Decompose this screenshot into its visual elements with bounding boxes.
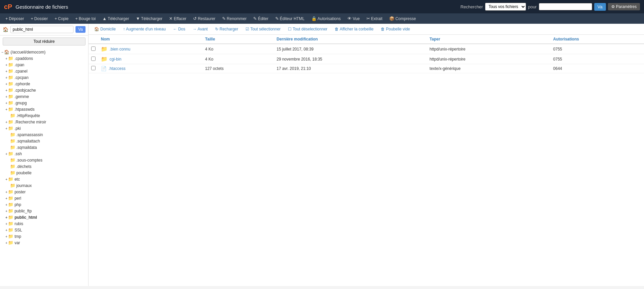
file-size: 4 Ko — [202, 54, 274, 64]
tree-item-pki[interactable]: + 📁 .pki — [0, 125, 88, 131]
folder-icon: 📁 — [101, 56, 108, 62]
tree-label: .htpasswds — [14, 107, 34, 112]
tree-item-recherche-miroir[interactable]: + 📁 .Recherche miroir — [0, 119, 88, 125]
search-scope-select[interactable]: Tous vos fichiersDossier actuel — [485, 3, 526, 11]
tree-item-journaux[interactable]: 📁 journaux — [0, 182, 88, 189]
nav-tout-selectionner[interactable]: ☑ Tout sélectionner — [243, 25, 284, 33]
tree-item-public-ftp[interactable]: + 📁 public_ftp — [0, 208, 88, 214]
nav-afficher-corbeille[interactable]: 🗑 Afficher la corbeille — [332, 25, 376, 33]
path-input[interactable] — [10, 26, 73, 33]
search-button[interactable]: Va — [594, 3, 606, 11]
toolbar-extrait[interactable]: ✂ Extrait — [364, 15, 385, 22]
tree-item-spamassassin[interactable]: 📁 .spamassassin — [0, 131, 88, 138]
file-name-label[interactable]: cgi-bin — [110, 57, 121, 62]
toolbar-restaurer[interactable]: ↺ Restaurer — [190, 15, 218, 22]
tree-item-ssh[interactable]: + 📁 .ssh — [0, 151, 88, 157]
params-button[interactable]: ⚙ Paramètres — [608, 3, 640, 10]
tree-item-gnupg[interactable]: + 📁 .gnupg — [0, 100, 88, 106]
tree-label: .cpanel — [14, 69, 27, 74]
file-modified: 17 avr. 2019, 21:10 — [274, 64, 427, 73]
tree-item-poubelle[interactable]: 📁 poubelle — [0, 170, 88, 176]
col-modification[interactable]: Dernière modification — [274, 35, 427, 44]
toolbar-telecharger-down[interactable]: ▼ Télécharger — [133, 15, 165, 22]
toolbar-compresse[interactable]: 📦 Compresse — [386, 15, 419, 22]
nav-augmente[interactable]: ↑ Augmente d'un niveau — [120, 25, 169, 33]
toolbar-editer[interactable]: ✎ Éditer — [251, 15, 271, 22]
tree-item-ssl[interactable]: + 📁 SSL — [0, 227, 88, 233]
tree-label: poster — [14, 190, 25, 194]
toolbar-bouge-toi[interactable]: + Bouge toi — [72, 15, 98, 22]
folder-icon: 📁 — [10, 164, 15, 169]
tree-item-sous-comptes[interactable]: 📁 .sous-comptes — [0, 157, 88, 163]
main-layout: 🏠 Va Tout réduire − 🏠 (/accueil/democom)… — [0, 24, 644, 286]
tree-item-cphorde[interactable]: + 📁 .cphorde — [0, 81, 88, 87]
nav-tout-deselectionner[interactable]: ☐ Tout déselectionner — [285, 25, 330, 33]
nav-domicile[interactable]: 🏠 Domicile — [91, 25, 119, 33]
row-checkbox[interactable] — [91, 66, 96, 70]
tree-label: perl — [14, 196, 21, 201]
tree-item-rubis[interactable]: + 📁 rubis — [0, 220, 88, 227]
row-checkbox[interactable] — [91, 57, 96, 61]
tree-item-perl[interactable]: + 📁 perl — [0, 195, 88, 201]
file-type: httpd/unix-répertoire — [427, 44, 550, 54]
col-nom[interactable]: Nom — [98, 35, 202, 44]
cpanel-logo: cP — [4, 3, 12, 11]
tree-item-httprequete[interactable]: 📁 .HttpRequête — [0, 112, 88, 119]
search-input[interactable] — [539, 3, 592, 10]
tree-item-cpobjcache[interactable]: + 📁 .cpobjcache — [0, 87, 88, 93]
tree-item-var[interactable]: + 📁 var — [0, 239, 88, 246]
tree-item-gemme[interactable]: + 📁 .gemme — [0, 93, 88, 100]
row-checkbox[interactable] — [91, 46, 96, 51]
folder-icon: 📁 — [8, 208, 13, 213]
folder-icon: 📁 — [10, 183, 15, 188]
tree-item-etc[interactable]: + 📁 etc — [0, 176, 88, 182]
toolbar-deposer[interactable]: + Déposer — [3, 15, 27, 22]
file-name-label[interactable]: .htaccess — [109, 66, 126, 71]
tree-item-htpasswds[interactable]: + 📁 .htpasswds — [0, 106, 88, 112]
folder-icon: 📁 — [8, 215, 13, 220]
toolbar-telecharger-up[interactable]: ▲ Télécharger — [100, 15, 132, 22]
nav-dos[interactable]: ← Dos — [170, 25, 188, 33]
folder-icon: 📁 — [8, 240, 13, 245]
collapse-button[interactable]: Tout réduire — [3, 37, 86, 45]
path-go-button[interactable]: Va — [75, 26, 86, 33]
nav-avant[interactable]: → Avant — [190, 25, 211, 33]
table-row[interactable]: 📁cgi-bin4 Ko29 novembre 2016, 18:35httpd… — [89, 54, 644, 64]
tree-item-dechets[interactable]: 📁 .déchets — [0, 163, 88, 170]
tree-label: .gemme — [14, 94, 29, 99]
col-taille[interactable]: Taille — [202, 35, 274, 44]
home-folder-icon: 🏠 — [4, 50, 9, 55]
nav-poubelle-vide[interactable]: 🗑 Poubelle vide — [378, 25, 413, 33]
toolbar-copie[interactable]: + Copie — [52, 15, 71, 22]
tree-item-tmp[interactable]: + 📁 tmp — [0, 233, 88, 239]
table-row[interactable]: 📄.htaccess127 octets17 avr. 2019, 21:10t… — [89, 64, 644, 73]
toolbar-dossier[interactable]: + Dossier — [28, 15, 50, 22]
toolbar-vue[interactable]: 👁 Vue — [345, 15, 362, 22]
nav-recharger[interactable]: ↻ Recharger — [212, 25, 241, 33]
toolbar-editeur-html[interactable]: ✎ Éditeur HTML — [273, 15, 307, 22]
tree-item-cpanel[interactable]: + 📁 .cpanel — [0, 68, 88, 74]
toolbar-effacer[interactable]: ✕ Effacer — [166, 15, 189, 22]
col-taper[interactable]: Taper — [427, 35, 550, 44]
tree-item-root[interactable]: − 🏠 (/accueil/democom) — [0, 49, 88, 55]
tree-item-poster[interactable]: + 📁 poster — [0, 189, 88, 195]
tree-item-public-html[interactable]: + 📁 public_html — [0, 214, 88, 220]
folder-icon: 📁 — [10, 113, 15, 118]
tree-label: .pki — [14, 126, 21, 131]
tree-item-sqmailattach[interactable]: 📁 .sqmailattach — [0, 138, 88, 144]
toggle-icon: − — [1, 50, 3, 54]
file-permissions: 0755 — [550, 44, 644, 54]
file-size: 127 octets — [202, 64, 274, 73]
tree-item-cpcpan[interactable]: + 📁 .cpcpan — [0, 74, 88, 81]
table-row[interactable]: 📁.bien connu4 Ko15 juillet 2017, 08:39ht… — [89, 44, 644, 54]
toolbar-autorisations[interactable]: 🔒 Autorisations — [309, 15, 343, 22]
tree-item-php[interactable]: + 📁 php — [0, 201, 88, 208]
tree-item-cpaddons[interactable]: + 📁 .cpaddons — [0, 55, 88, 62]
col-autorisations[interactable]: Autorisations — [550, 35, 644, 44]
toolbar-renommer[interactable]: ✎ Renommer — [219, 15, 249, 22]
file-name-cell: 📄.htaccess — [98, 64, 202, 73]
tree-item-sqmaildata[interactable]: 📁 .sqmaildata — [0, 144, 88, 151]
tree-item-cpan[interactable]: + 📁 .cpan — [0, 62, 88, 68]
file-name-label[interactable]: .bien connu — [110, 47, 130, 52]
file-type: httpd/unix-répertoire — [427, 54, 550, 64]
